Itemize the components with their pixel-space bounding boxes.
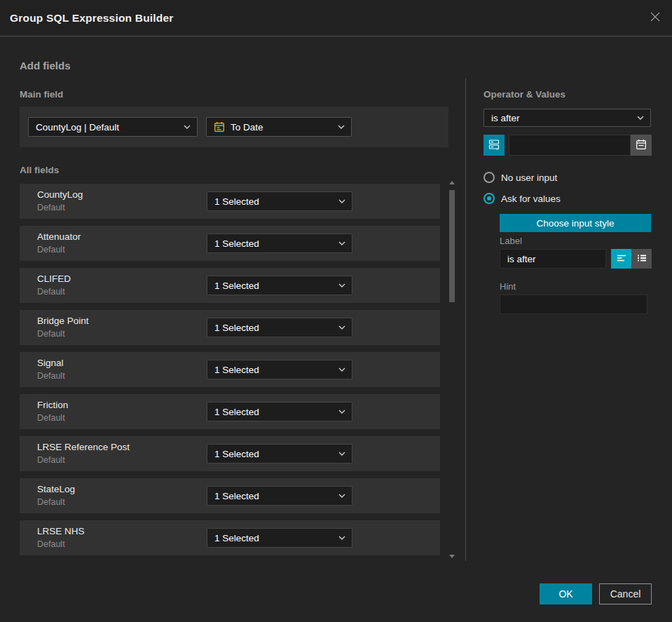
panel-divider [465, 79, 466, 561]
field-name: StateLog [37, 484, 75, 494]
all-fields-heading: All fields [20, 165, 59, 175]
field-row: CountyLog Default 1 Selected [20, 184, 440, 219]
field-selected-value: 1 Selected [214, 449, 259, 459]
main-field-select-value: CountyLog | Default [36, 122, 119, 133]
cancel-button[interactable]: Cancel [599, 583, 652, 604]
input-style-text-button[interactable] [611, 249, 631, 269]
field-selected-value: 1 Selected [214, 533, 259, 543]
date-calendar-icon [214, 121, 225, 133]
group-sql-expression-builder-dialog: Group SQL Expression Builder Add fields … [0, 0, 672, 622]
chevron-down-icon [338, 494, 345, 498]
operator-select[interactable]: is after [484, 109, 651, 127]
chevron-down-icon [338, 241, 345, 245]
date-picker-button[interactable] [631, 135, 652, 156]
all-fields-list: CountyLog Default 1 Selected Attenuator … [20, 184, 440, 562]
hint-input[interactable] [500, 295, 647, 314]
main-field-panel: CountyLog | Default To Date [20, 107, 448, 147]
hint-label: Hint [500, 281, 516, 292]
chevron-down-icon [338, 536, 345, 540]
field-row: Friction Default 1 Selected [20, 394, 440, 429]
label-input[interactable] [500, 249, 606, 269]
field-selected-value: 1 Selected [214, 407, 259, 417]
chevron-down-icon [338, 199, 345, 203]
field-row: StateLog Default 1 Selected [20, 478, 440, 513]
radio-no-user-input-label: No user input [501, 173, 557, 183]
field-subtitle: Default [37, 539, 65, 549]
field-type-select[interactable]: To Date [206, 117, 352, 137]
chevron-down-icon [338, 325, 345, 330]
field-selected-value: 1 Selected [214, 196, 259, 207]
dialog-header: Group SQL Expression Builder [0, 0, 672, 36]
choose-input-style-button[interactable]: Choose input style [500, 214, 651, 232]
input-boxes-icon [488, 138, 500, 153]
field-name: LRSE NHS [37, 526, 85, 536]
field-selected-dropdown[interactable]: 1 Selected [207, 444, 352, 464]
field-row: LRSE Reference Post Default 1 Selected [20, 436, 440, 471]
chevron-down-icon [637, 116, 644, 120]
field-name: Signal [37, 358, 64, 368]
field-name: Attenuator [37, 231, 81, 242]
field-name: Friction [37, 400, 68, 410]
field-selected-dropdown[interactable]: 1 Selected [207, 486, 352, 506]
scrollbar-thumb[interactable] [449, 190, 455, 302]
chevron-down-icon [338, 367, 345, 372]
field-selected-dropdown[interactable]: 1 Selected [207, 318, 352, 337]
field-subtitle: Default [37, 497, 65, 507]
field-subtitle: Default [37, 287, 65, 297]
chevron-down-icon [338, 283, 345, 288]
radio-ask-for-values[interactable]: Ask for values [484, 193, 561, 204]
scroll-up-arrow-icon[interactable] [449, 181, 455, 184]
field-selected-dropdown[interactable]: 1 Selected [207, 276, 352, 295]
chevron-down-icon [338, 125, 345, 129]
chevron-down-icon [338, 410, 345, 414]
operator-values-heading: Operator & Values [484, 89, 565, 100]
close-icon [650, 11, 661, 25]
field-name: LRSE Reference Post [37, 442, 130, 452]
field-name: Bridge Point [37, 316, 89, 326]
dialog-title: Group SQL Expression Builder [10, 0, 174, 36]
main-field-heading: Main field [20, 89, 63, 100]
field-row: Attenuator Default 1 Selected [20, 226, 440, 261]
radio-no-user-input[interactable]: No user input [484, 172, 557, 183]
field-selected-dropdown[interactable]: 1 Selected [207, 360, 352, 379]
field-subtitle: Default [37, 203, 65, 212]
chevron-down-icon [338, 452, 345, 456]
field-type-select-value: To Date [231, 122, 263, 133]
field-name: CountyLog [37, 189, 83, 200]
field-selected-dropdown[interactable]: 1 Selected [207, 528, 352, 548]
add-fields-heading: Add fields [20, 60, 71, 72]
label-label: Label [500, 236, 522, 246]
radio-unchecked-icon [484, 172, 495, 183]
field-selected-value: 1 Selected [214, 323, 259, 333]
list-scrollbar[interactable] [448, 180, 455, 560]
calendar-icon [636, 139, 647, 152]
align-left-icon [616, 253, 627, 265]
close-button[interactable] [647, 10, 664, 27]
field-selected-dropdown[interactable]: 1 Selected [207, 191, 352, 211]
field-row: Signal Default 1 Selected [20, 352, 440, 387]
operator-select-value: is after [491, 113, 520, 123]
radio-checked-icon [484, 193, 495, 204]
field-selected-dropdown[interactable]: 1 Selected [207, 234, 352, 253]
set-input-mode-button[interactable] [484, 135, 505, 156]
field-subtitle: Default [37, 329, 65, 339]
field-row: LRSE NHS Default 1 Selected [20, 520, 440, 555]
field-row: CLIFED Default 1 Selected [20, 268, 440, 303]
field-name: CLIFED [37, 273, 71, 284]
field-selected-value: 1 Selected [214, 365, 259, 375]
radio-ask-for-values-label: Ask for values [501, 194, 561, 204]
chevron-down-icon [184, 125, 191, 129]
main-field-select[interactable]: CountyLog | Default [28, 117, 198, 137]
scroll-down-arrow-icon[interactable] [449, 555, 455, 558]
field-subtitle: Default [37, 413, 65, 423]
ok-button[interactable]: OK [540, 583, 592, 604]
field-selected-value: 1 Selected [214, 238, 259, 249]
field-subtitle: Default [37, 455, 65, 465]
field-selected-value: 1 Selected [214, 491, 259, 501]
operator-value-input[interactable] [509, 135, 631, 156]
field-selected-dropdown[interactable]: 1 Selected [207, 402, 352, 421]
field-selected-value: 1 Selected [214, 280, 259, 291]
input-style-list-button[interactable] [631, 249, 652, 269]
field-subtitle: Default [37, 245, 65, 255]
list-icon [636, 253, 647, 265]
